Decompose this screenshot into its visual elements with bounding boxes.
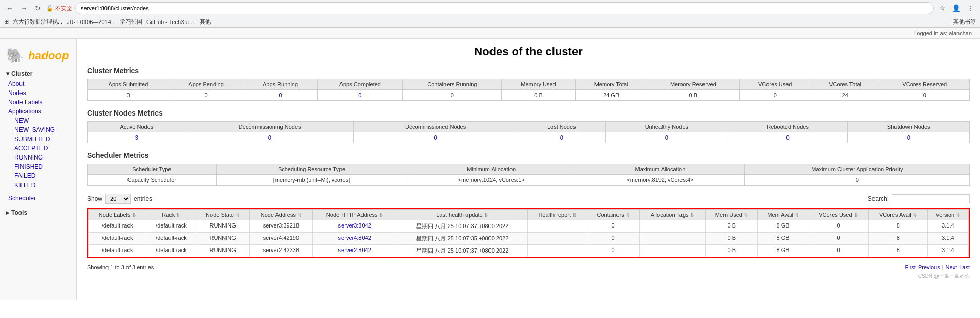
table-cell: 0 B: [706, 233, 758, 245]
back-button[interactable]: ←: [4, 3, 15, 13]
th-version[interactable]: Version ⇅: [927, 210, 968, 220]
profile-button[interactable]: 👤: [950, 3, 963, 13]
val-lost-nodes[interactable]: 0: [518, 132, 605, 143]
nodes-table-wrapper: Node Labels ⇅ Rack ⇅ Node State ⇅ Node A…: [87, 208, 970, 258]
sidebar-sub-item-new-saving[interactable]: NEW_SAVING: [0, 125, 76, 134]
th-health-report[interactable]: Health report ⇅: [528, 210, 587, 220]
th-node-state[interactable]: Node State ⇅: [196, 210, 249, 220]
bookmark-other[interactable]: 其他书签: [953, 18, 976, 26]
sidebar-sub-item-failed[interactable]: FAILED: [0, 171, 76, 180]
sidebar-sub-item-running[interactable]: RUNNING: [0, 153, 76, 162]
bookmark-apps-icon[interactable]: ⊞: [4, 18, 9, 25]
val-memory-reserved: 0 B: [647, 90, 740, 101]
sidebar-sub-item-accepted[interactable]: ACCEPTED: [0, 144, 76, 153]
val-apps-completed[interactable]: 0: [317, 90, 402, 101]
sort-arrows-rack: ⇅: [176, 213, 180, 218]
th-node-address[interactable]: Node Address ⇅: [249, 210, 312, 220]
col-max-app-priority: Maximum Cluster Application Priority: [744, 164, 969, 175]
showing-text: Showing 1 to 3 of 3 entries: [87, 264, 154, 270]
table-cell: 3.1.4: [927, 245, 968, 257]
val-active-nodes[interactable]: 3: [88, 132, 186, 143]
sidebar-cluster-section[interactable]: ▾ Cluster: [0, 68, 76, 79]
table-cell: /default-rack: [146, 233, 196, 245]
menu-button[interactable]: ⋮: [965, 3, 976, 13]
bookmark-5[interactable]: 其他: [200, 18, 211, 26]
sort-arrows-allocation-tags: ⇅: [690, 213, 694, 218]
val-decommissioned-nodes[interactable]: 0: [353, 132, 518, 143]
th-vcores-avail[interactable]: VCores Avail ⇅: [869, 210, 928, 220]
entries-label: entries: [134, 195, 152, 202]
nodes-table-header-row: Node Labels ⇅ Rack ⇅ Node State ⇅ Node A…: [89, 210, 969, 220]
sort-arrows-mem-avail: ⇅: [795, 213, 799, 218]
sidebar-tools-section[interactable]: ▸ Tools: [0, 207, 76, 218]
bookmark-1[interactable]: 六大行数据治理视...: [13, 18, 62, 26]
sidebar: 🐘 hadoop ▾ Cluster About Nodes Node Labe…: [0, 39, 77, 300]
sidebar-item-nodes[interactable]: Nodes: [0, 88, 76, 98]
browser-chrome: ← → ↻ 🔓 不安全 ☆ 👤 ⋮ ⊞ 六大行数据治理视... JR-T 010…: [0, 0, 980, 28]
val-vcores-reserved: 0: [880, 90, 969, 101]
pagination-separator: |: [942, 264, 944, 270]
logged-in-label: Logged in as: alanchan: [913, 30, 972, 36]
val-vcores-total: 24: [811, 90, 880, 101]
bookmark-star-button[interactable]: ☆: [937, 3, 948, 13]
table-cell: server2:42338: [249, 245, 312, 257]
sidebar-item-node-labels[interactable]: Node Labels: [0, 98, 76, 107]
cluster-metrics-row: 0 0 0 0 0 0 B 24 GB 0 B 0 24 0: [88, 90, 970, 101]
csdn-watermark: CSDN @一赢一赢的你: [87, 272, 970, 280]
table-cell: 0: [808, 220, 868, 233]
val-rebooted-nodes[interactable]: 0: [728, 132, 848, 143]
bookmark-3[interactable]: 学习强国: [120, 18, 142, 26]
sidebar-sub-item-new[interactable]: NEW: [0, 116, 76, 125]
col-decommissioned-nodes: Decommissioned Nodes: [353, 122, 518, 132]
search-input[interactable]: [892, 194, 970, 203]
th-allocation-tags[interactable]: Allocation Tags ⇅: [640, 210, 706, 220]
forward-button[interactable]: →: [18, 3, 30, 13]
table-cell: server4:42190: [249, 233, 312, 245]
table-cell[interactable]: server3:8042: [312, 220, 397, 233]
pagination-previous[interactable]: Previous: [918, 264, 940, 270]
table-cell[interactable]: server4:8042: [312, 233, 397, 245]
sidebar-sub-item-finished[interactable]: FINISHED: [0, 162, 76, 171]
table-cell[interactable]: server2:8042: [312, 245, 397, 257]
th-mem-used[interactable]: Mem Used ⇅: [706, 210, 758, 220]
scheduler-metrics-table: Scheduler Type Scheduling Resource Type …: [87, 164, 970, 186]
col-containers-running: Containers Running: [402, 79, 501, 90]
table-cell: 0: [808, 245, 868, 257]
pagination-last[interactable]: Last: [959, 264, 970, 270]
val-decommissioning-nodes[interactable]: 0: [186, 132, 353, 143]
sidebar-sub-item-killed[interactable]: KILLED: [0, 180, 76, 190]
bookmark-4[interactable]: GitHub - TechXue...: [146, 19, 196, 25]
val-apps-running[interactable]: 0: [243, 90, 317, 101]
th-vcores-used[interactable]: VCores Used ⇅: [808, 210, 868, 220]
sidebar-item-about[interactable]: About: [0, 79, 76, 88]
sidebar-item-scheduler[interactable]: Scheduler: [0, 194, 76, 203]
val-scheduling-resource-type: [memory-mb (unit=Mi), vcores]: [216, 175, 407, 186]
sidebar-sub-item-submitted[interactable]: SUBMITTED: [0, 134, 76, 144]
search-bar: Search:: [868, 194, 970, 203]
top-bar: Logged in as: alanchan: [0, 28, 980, 39]
address-bar[interactable]: [75, 2, 934, 14]
th-node-labels[interactable]: Node Labels ⇅: [89, 210, 146, 220]
th-mem-avail[interactable]: Mem Avail ⇅: [758, 210, 808, 220]
val-unhealthy-nodes[interactable]: 0: [605, 132, 728, 143]
cluster-nodes-metrics-title: Cluster Nodes Metrics: [87, 109, 970, 117]
pagination-next[interactable]: Next: [946, 264, 957, 270]
sidebar-item-applications[interactable]: Applications: [0, 107, 76, 116]
table-cell: 0: [587, 233, 640, 245]
bookmark-2[interactable]: JR-T 0106—2014...: [67, 19, 116, 25]
val-shutdown-nodes[interactable]: 0: [848, 132, 970, 143]
th-node-http-address[interactable]: Node HTTP Address ⇅: [312, 210, 397, 220]
th-last-health-update[interactable]: Last health update ⇅: [397, 210, 528, 220]
sort-arrows-node-http: ⇅: [379, 213, 384, 218]
th-rack[interactable]: Rack ⇅: [146, 210, 196, 220]
entries-select[interactable]: 20 10 50 100: [105, 194, 131, 204]
th-containers[interactable]: Containers ⇅: [587, 210, 640, 220]
table-cell: [528, 220, 587, 233]
col-vcores-reserved: VCores Reserved: [880, 79, 969, 90]
pagination-first[interactable]: First: [905, 264, 916, 270]
table-cell: server3:39218: [249, 220, 312, 233]
col-lost-nodes: Lost Nodes: [518, 122, 605, 132]
col-shutdown-nodes: Shutdown Nodes: [848, 122, 970, 132]
refresh-button[interactable]: ↻: [33, 3, 43, 13]
table-row: /default-rack/default-rackRUNNINGserver4…: [89, 233, 969, 245]
